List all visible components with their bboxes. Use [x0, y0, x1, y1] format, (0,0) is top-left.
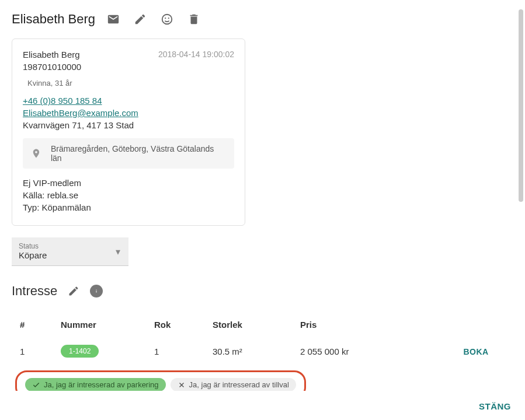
row-num: 1: [20, 346, 61, 356]
row-rok: 1: [154, 346, 213, 356]
contact-timestamp: 2018-04-14 19:00:02: [158, 50, 234, 60]
source-info: Källa: rebla.se: [23, 190, 234, 200]
contact-phone-link[interactable]: +46 (0)8 950 185 84: [23, 96, 234, 106]
page-title: Elisabeth Berg: [12, 12, 95, 27]
col-num-header: #: [20, 320, 61, 330]
vip-status: Ej VIP-medlem: [23, 178, 234, 188]
delete-icon[interactable]: [187, 13, 200, 26]
status-label: Status: [19, 242, 121, 250]
chevron-down-icon: ▾: [116, 246, 120, 257]
col-storlek-header: Storlek: [213, 320, 300, 330]
contact-email-link[interactable]: ElisabethBerg@example.com: [23, 108, 234, 118]
highlight-annotation: Ja, jag är intresserad av parkering Ja, …: [15, 370, 306, 391]
page-header: Elisabeth Berg: [12, 12, 513, 27]
contact-demographic: Kvinna, 31 år: [23, 76, 77, 90]
interest-table: # Nummer Rok Storlek Pris 1 1-1402 1 30.…: [12, 313, 513, 366]
table-row: 1 1-1402 1 30.5 m² 2 055 000 kr BOKA: [12, 337, 513, 366]
location-text: Brämaregården, Göteborg, Västra Götaland…: [51, 144, 226, 163]
contact-address: Kvarnvägen 71, 417 13 Stad: [23, 120, 234, 130]
edit-icon[interactable]: [134, 13, 147, 26]
footer: STÄNG: [0, 393, 525, 420]
email-icon[interactable]: [107, 13, 120, 26]
location-pin-icon: [31, 148, 41, 159]
nummer-badge[interactable]: 1-1402: [61, 345, 99, 358]
svg-point-1: [165, 18, 166, 19]
header-actions: [107, 13, 200, 26]
chip-parkering[interactable]: Ja, jag är intresserad av parkering: [25, 378, 166, 391]
location-box: Brämaregården, Göteborg, Västra Götaland…: [23, 138, 234, 169]
chip-parkering-label: Ja, jag är intresserad av parkering: [44, 380, 159, 389]
interest-title: Intresse: [12, 284, 57, 299]
col-pris-header: Pris: [300, 320, 447, 330]
row-storlek: 30.5 m²: [213, 346, 300, 356]
scrollbar-thumb[interactable]: [519, 9, 523, 202]
col-action-header: [447, 320, 505, 330]
chip-tillval[interactable]: Ja, jag är intresserad av tillval: [171, 378, 296, 391]
chip-tillval-label: Ja, jag är intresserad av tillval: [189, 380, 289, 389]
col-rok-header: Rok: [154, 320, 213, 330]
scrollbar[interactable]: [519, 9, 523, 394]
contact-name: Elisabeth Berg: [23, 50, 80, 60]
edit-interest-icon[interactable]: [68, 285, 79, 297]
row-action: BOKA: [447, 346, 505, 356]
type-info: Typ: Köpanmälan: [23, 202, 234, 212]
table-header-row: # Nummer Rok Storlek Pris: [12, 313, 513, 337]
info-icon[interactable]: [90, 285, 103, 298]
row-pris: 2 055 000 kr: [300, 346, 447, 356]
row-nummer: 1-1402: [61, 345, 154, 358]
boka-button[interactable]: BOKA: [463, 347, 488, 356]
close-icon: [178, 381, 186, 389]
col-nummer-header: Nummer: [61, 320, 154, 330]
status-value: Köpare: [19, 250, 47, 260]
svg-point-0: [162, 15, 172, 24]
contact-personal-id: 198701010000: [23, 62, 234, 72]
close-button[interactable]: STÄNG: [479, 401, 511, 411]
interest-header: Intresse: [12, 284, 513, 299]
person-icon[interactable]: [161, 13, 173, 26]
contact-card: Elisabeth Berg 2018-04-14 19:00:02 19870…: [12, 38, 245, 226]
svg-point-2: [168, 18, 169, 19]
status-select[interactable]: Status Köpare ▾: [12, 237, 128, 266]
check-icon: [32, 381, 40, 389]
